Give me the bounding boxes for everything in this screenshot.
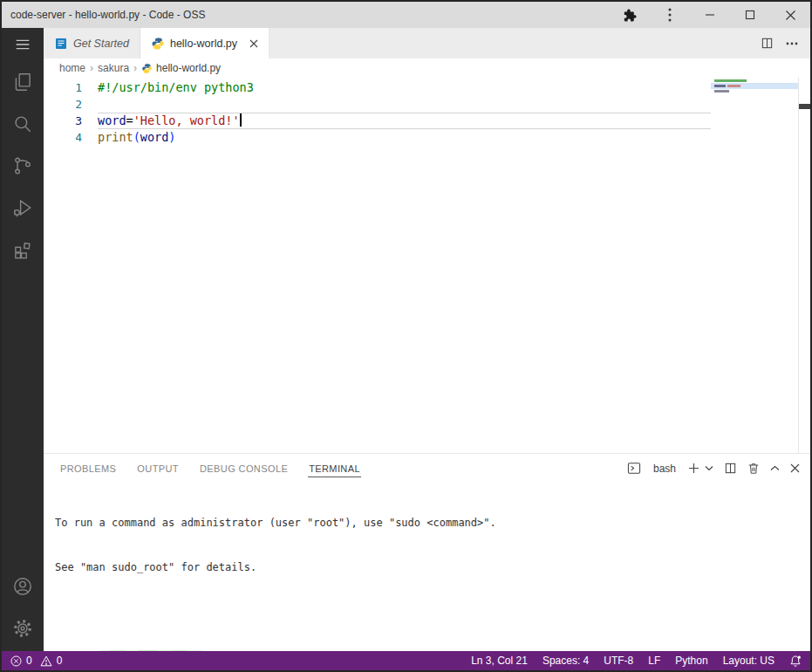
editor-more-actions-icon[interactable] (786, 42, 798, 45)
terminal-picker-chevron-down-icon[interactable] (705, 465, 713, 471)
minimap-line-comment (714, 79, 747, 82)
puzzle-icon[interactable] (610, 2, 650, 28)
panel-tab-terminal[interactable]: TERMINAL (308, 459, 361, 477)
book-icon (54, 37, 68, 51)
code-line-1: #!/usr/bin/env python3 (98, 79, 711, 96)
tab-label: Get Started (73, 38, 129, 50)
line-number: 1 (44, 79, 82, 96)
terminal-output[interactable]: To run a command as administrator (user … (44, 483, 810, 651)
maximize-panel-chevron-up-icon[interactable] (770, 465, 780, 471)
line-number: 4 (44, 129, 82, 146)
language-mode-status[interactable]: Python (675, 655, 707, 667)
maximize-button[interactable] (730, 2, 770, 28)
line-number-active: 3 (44, 113, 82, 129)
chevron-right-icon: › (90, 62, 93, 74)
account-icon[interactable] (2, 566, 44, 607)
status-bar: 0 0 Ln 3, Col 21 Spaces: 4 UTF-8 LF Pyth… (2, 651, 810, 670)
search-icon[interactable] (2, 103, 44, 145)
indentation-status[interactable]: Spaces: 4 (542, 655, 589, 667)
code-line-2 (98, 96, 711, 113)
terminal-shell-label[interactable]: bash (653, 463, 676, 475)
tab-close-icon[interactable] (249, 39, 258, 48)
app-window: code-server - hello-world.py - Code - OS… (0, 0, 812, 672)
breadcrumb: home › sakura › hello-world.py (44, 58, 810, 78)
split-terminal-icon[interactable] (724, 462, 737, 475)
tab-get-started[interactable]: Get Started (44, 28, 140, 58)
kill-terminal-trash-icon[interactable] (747, 462, 760, 475)
breadcrumb-file[interactable]: hello-world.py (141, 62, 221, 74)
code-line-3-current: word='Hello, world!' (98, 113, 711, 129)
minimize-button[interactable] (690, 2, 730, 28)
panel-tab-problems[interactable]: PROBLEMS (59, 459, 117, 477)
error-icon (10, 655, 22, 667)
activity-bar (2, 28, 44, 651)
minimap[interactable] (711, 78, 798, 453)
editor-gutter: 1 2 3 4 (44, 78, 98, 453)
tab-label: hello-world.py (170, 38, 237, 50)
tab-bar: Get Started hello-world.py (44, 28, 810, 58)
code-area[interactable]: #!/usr/bin/env python3 word='Hello, worl… (98, 78, 711, 453)
eol-status[interactable]: LF (648, 655, 660, 667)
settings-gear-icon[interactable] (2, 607, 44, 649)
cursor-position-status[interactable]: Ln 3, Col 21 (471, 655, 528, 667)
panel-tab-output[interactable]: OUTPUT (136, 459, 180, 477)
run-debug-icon[interactable] (2, 187, 44, 229)
chevron-right-icon: › (133, 62, 137, 74)
titlebar-controls (610, 2, 810, 28)
problems-status[interactable]: 0 0 (10, 655, 65, 667)
split-editor-icon[interactable] (761, 37, 774, 50)
more-dots-icon[interactable] (650, 2, 690, 28)
terminal-line: See "man sudo_root" for details. (55, 560, 810, 575)
text-cursor (240, 113, 242, 127)
titlebar: code-server - hello-world.py - Code - OS… (2, 2, 810, 28)
tab-hello-world[interactable]: hello-world.py (140, 28, 270, 58)
minimap-line3-mark (714, 85, 726, 87)
warning-icon (40, 655, 52, 667)
minimap-line4-mark (714, 90, 729, 93)
breadcrumb-home[interactable]: home (59, 62, 85, 74)
encoding-status[interactable]: UTF-8 (604, 655, 633, 667)
overview-ruler-cursor-marker (799, 104, 810, 109)
python-icon (151, 37, 165, 51)
source-control-icon[interactable] (2, 145, 44, 187)
terminal-line: To run a command as administrator (user … (55, 516, 810, 531)
window-title: code-server - hello-world.py - Code - OS… (2, 9, 205, 21)
close-panel-icon[interactable] (790, 463, 800, 473)
terminal-box-icon[interactable] (627, 462, 641, 475)
panel-header: PROBLEMS OUTPUT DEBUG CONSOLE TERMINAL b… (44, 454, 810, 483)
new-terminal-plus-icon[interactable] (688, 463, 699, 474)
keyboard-layout-status[interactable]: Layout: US (723, 655, 774, 667)
line-number: 2 (44, 96, 82, 113)
terminal-blank-line (55, 605, 810, 620)
breadcrumb-sakura[interactable]: sakura (98, 62, 129, 74)
panel-tab-debug-console[interactable]: DEBUG CONSOLE (199, 459, 289, 477)
extensions-icon[interactable] (2, 229, 44, 271)
files-icon[interactable] (2, 61, 44, 103)
code-line-4: print(word) (98, 129, 711, 146)
editor[interactable]: 1 2 3 4 #!/usr/bin/env python3 word='Hel… (44, 78, 810, 453)
minimap-line3-string-mark (727, 85, 740, 87)
close-button[interactable] (770, 2, 810, 28)
python-icon (141, 63, 153, 74)
bell-icon[interactable] (789, 655, 802, 668)
editor-scrollbar[interactable] (798, 78, 810, 453)
bottom-panel: PROBLEMS OUTPUT DEBUG CONSOLE TERMINAL b… (44, 453, 810, 651)
menu-icon[interactable] (2, 28, 44, 61)
